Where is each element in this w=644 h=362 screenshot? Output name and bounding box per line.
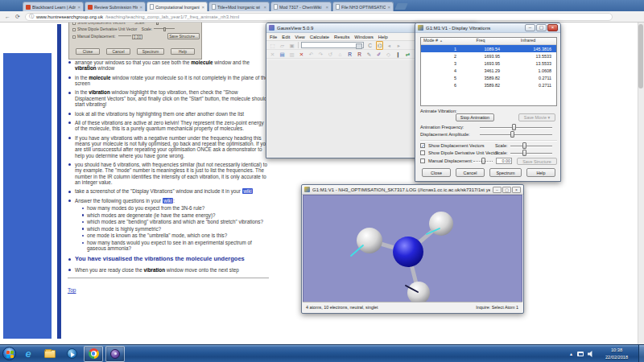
help-button[interactable]: Help [526,168,555,177]
inquire-icon[interactable]: R [346,51,353,58]
hydrogen-atom[interactable] [407,282,430,302]
menu-results[interactable]: Results [334,35,349,39]
tab-close-icon[interactable]: × [387,5,390,10]
displacement-amplitude-slider[interactable] [480,134,552,136]
tab-close-icon[interactable]: × [77,5,80,10]
vibration-row-4[interactable]: 43461.291.0608 [421,67,556,74]
browser-tab-1[interactable]: Blackboard Learn | Adm× [23,2,84,11]
dialog-titlebar[interactable]: G1:M1:V1 - Display Vibrations – ▢ × [415,23,560,33]
animation-frequency-slider[interactable] [480,127,552,129]
show-vectors-checkbox[interactable]: ✓ [420,143,425,148]
taskbar-gaussview-button[interactable] [105,346,125,362]
menu-edit[interactable]: Edit [282,35,290,39]
taskbar-chrome-button[interactable] [84,346,103,362]
brush-icon[interactable]: ✐ [375,51,382,58]
prev-view-icon[interactable]: ◂ [386,42,393,49]
browser-tab-6[interactable]: File:NH3 OPTIMISATION× [332,2,394,11]
ring-fragment-icon[interactable]: ⌬ [376,41,383,50]
show-dipole-checkbox[interactable] [420,150,425,155]
reload-icon[interactable]: ⟳ [15,13,20,21]
tab-close-icon[interactable]: × [139,5,142,10]
scrollbar-thumb[interactable] [638,24,643,88]
cut-icon[interactable]: ✕ [269,51,276,58]
back-icon[interactable]: ← [5,13,10,21]
site-info-icon[interactable]: ⓘ [29,13,34,20]
minimize-button[interactable]: – [493,187,502,193]
redo-icon[interactable]: ↷ [317,51,324,58]
slider-thumb[interactable] [512,124,516,130]
vibration-row-3[interactable]: 31693.9513.5533 [421,60,556,67]
stop-animation-button[interactable]: Stop Animation [456,113,494,121]
browser-tab-2[interactable]: Review Submission Hist× [85,2,146,11]
tray-expand-icon[interactable]: ▲ [569,352,573,356]
browser-tab-5[interactable]: Mod 7317 - ChemWiki× [270,2,332,11]
tab-close-icon[interactable]: × [201,5,204,10]
menu-windows[interactable]: Windows [354,35,374,39]
delete-icon[interactable]: ✕ [298,51,305,58]
rotate-icon[interactable]: ↺ [327,51,334,58]
top-link[interactable]: Top [68,287,76,293]
menu-view[interactable]: View [295,35,304,39]
tab-close-icon[interactable]: × [263,5,266,10]
element-icon[interactable]: C [366,42,374,49]
taskbar-clock[interactable]: 10:38 22/02/2018 [596,347,638,360]
nitrogen-atom[interactable] [393,237,423,267]
slider-thumb[interactable] [522,150,526,156]
close-button[interactable]: × [512,187,521,193]
close-button[interactable]: Close [422,168,451,177]
browser-tab-3[interactable]: Computational Inorgani× [147,2,208,11]
manual-displacement-checkbox[interactable] [420,158,425,163]
browser-tab-4[interactable]: Title+Mod Inorganic wi× [208,2,270,11]
taskbar-ie-button[interactable]: e [19,346,38,362]
charge-icon[interactable]: ❙ [394,51,402,58]
new-tab-button[interactable] [394,3,408,10]
volume-icon[interactable] [588,351,594,357]
save-icon[interactable]: ▣ [288,42,295,49]
start-button[interactable] [2,347,16,360]
bond-icon[interactable]: ◇ [385,51,392,58]
table-header[interactable]: Mode #▲ Freq Infrared [421,38,556,45]
menu-calculate[interactable]: Calculate [310,35,329,39]
cancel-button[interactable]: Cancel [456,168,485,177]
spectrum-button[interactable]: Spectrum [489,168,522,177]
network-icon[interactable] [577,352,584,356]
slider-thumb[interactable] [522,142,526,149]
vibrations-table[interactable]: Mode #▲ Freq Infrared 11089.54145.381621… [420,37,557,106]
show-desktop-button[interactable] [638,345,644,362]
menu-help[interactable]: Help [378,35,388,39]
dipole-scale-slider[interactable] [510,153,552,154]
menu-file[interactable]: File [270,35,277,39]
molecule-canvas[interactable] [303,195,522,302]
wiki-link[interactable]: wiki [242,188,254,194]
maximize-button[interactable]: ▢ [502,187,511,193]
undo-icon[interactable]: ↶ [308,51,315,58]
vectors-scale-slider[interactable] [510,146,552,147]
connection-icon[interactable]: ⇄ [404,51,411,58]
taskbar-explorer-button[interactable] [40,346,60,362]
new-molecule-icon[interactable]: ▤ [279,51,286,58]
open-file-icon[interactable]: ▱ [279,42,286,49]
labels-icon[interactable]: R [356,51,363,58]
molecule-titlebar[interactable]: G1:M1:V1 - NH3_OPTIMISATION_SK7317.LOG (… [302,185,523,195]
next-view-icon[interactable]: ▸ [395,42,402,49]
vibration-row-6[interactable]: 63589.820.2711 [421,81,556,88]
maximize-button[interactable]: ▢ [536,24,547,31]
slider-thumb[interactable] [510,131,514,138]
slider-thumb[interactable] [481,158,485,164]
manual-displacement-field[interactable]: 0.00 [496,158,512,164]
vibration-row-2[interactable]: 21693.9513.5533 [421,52,556,60]
element-combo[interactable] [301,42,364,48]
close-button[interactable]: × [547,24,558,31]
address-bar[interactable]: ⓘ www.huntresearchgroup.org.uk/teaching/… [25,13,613,21]
tab-close-icon[interactable]: × [325,5,328,10]
page-scrollbar[interactable] [638,23,644,344]
wiki-link[interactable]: wiki [163,198,174,204]
taskbar-media-player-button[interactable] [62,346,81,362]
hydrogen-atom[interactable] [357,228,382,253]
vibration-row-1[interactable]: 11089.54145.3816 [421,45,556,52]
minimize-button[interactable]: – [525,24,535,31]
vibration-row-5[interactable]: 53589.820.2711 [421,74,556,81]
clean-icon[interactable]: ⌂ [336,51,344,58]
copy-icon[interactable]: ▥ [288,51,295,58]
select-icon[interactable]: ⬚ [269,42,276,49]
